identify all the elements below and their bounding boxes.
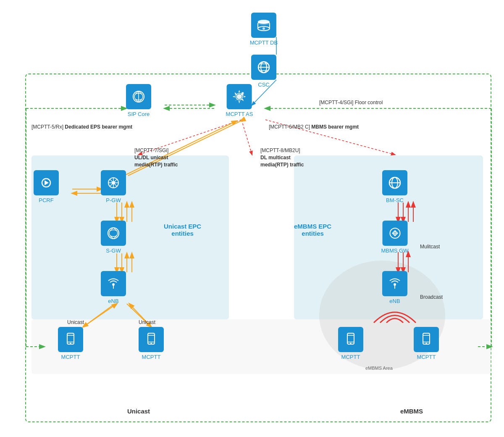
svg-rect-64	[148, 333, 155, 344]
enb-embms-node: eNB	[382, 271, 407, 304]
svg-point-42	[262, 27, 265, 30]
svg-rect-60	[67, 333, 74, 344]
p-gw-label: P-GW	[106, 197, 121, 203]
bottom-unicast-label: Unicast	[97, 408, 181, 415]
svg-point-82	[426, 343, 427, 344]
broadcast-label: Broadcast	[420, 294, 443, 300]
dedicated-eps-annotation: [MCPTT-5/Rx] Dedicated EPS bearer mgmt	[32, 124, 132, 130]
sip-core-icon	[126, 84, 151, 109]
mcptt-ue3-icon	[338, 327, 363, 352]
mcptt-ue4-node: MCPTT	[414, 327, 439, 360]
mcptt-ue2-node: MCPTT	[139, 327, 164, 360]
enb-unicast-icon	[101, 271, 126, 296]
svg-rect-75	[347, 333, 354, 344]
svg-point-58	[108, 228, 119, 239]
unicast-epc-label: Unicast EPCentities	[164, 223, 201, 237]
svg-point-78	[350, 343, 352, 344]
mcptt-db-icon	[251, 13, 276, 38]
s-gw-node: S-GW	[101, 221, 126, 254]
mcptt-ue3-label: MCPTT	[341, 354, 360, 360]
p-gw-icon	[101, 170, 126, 195]
p-gw-node: P-GW	[101, 170, 126, 203]
enb-embms-icon	[382, 271, 407, 296]
unicast-left-label: Unicast	[67, 319, 84, 325]
svg-point-67	[151, 343, 152, 344]
embms-area-label: eMBMS Area	[365, 366, 393, 371]
mcptt-ue1-label: MCPTT	[61, 354, 80, 360]
sip-core-node: SIP Core	[126, 84, 151, 117]
mcptt-ue1-node: MCPTT	[58, 327, 83, 360]
mcptt-db-label: MCPTT DB	[250, 39, 278, 46]
mbms-gw-icon	[382, 221, 407, 246]
pcrf-node: PCRF	[34, 170, 59, 203]
svg-point-74	[394, 283, 396, 286]
svg-point-63	[70, 343, 71, 344]
s-gw-label: S-GW	[106, 247, 121, 254]
mbms-gw-label: MBMS GW	[381, 247, 409, 254]
mcptt-as-icon	[227, 84, 252, 109]
bottom-embms-label: eMBMS	[370, 408, 454, 415]
mcptt-as-node: MCPTT AS	[226, 84, 253, 117]
s-gw-icon	[101, 221, 126, 246]
enb-unicast-node: eNB	[101, 271, 126, 304]
svg-rect-79	[423, 333, 430, 344]
mcptt-as-label: MCPTT AS	[226, 111, 253, 117]
svg-point-52	[242, 92, 244, 95]
pcrf-label: PCRF	[39, 197, 53, 203]
mbms-gw-node: MBMS GW	[381, 221, 409, 254]
pcrf-icon	[34, 170, 59, 195]
broadcast-waves	[365, 302, 424, 327]
mcptt-ue1-icon	[58, 327, 83, 352]
floor-control-annotation: [MCPTT-4/SGi] Floor control	[319, 100, 383, 105]
csc-label: CSC	[258, 82, 269, 88]
bm-sc-label: BM-SC	[386, 197, 404, 203]
enb-unicast-label: eNB	[108, 298, 118, 304]
mbms-bearer-annotation: [MCPTT-6/MB2 C] MBMS bearer mgmt	[269, 124, 359, 130]
bm-sc-icon	[382, 170, 407, 195]
ul-dl-annotation: [MCPTT-7/SGi] UL/DL unicastmedia(RTP) tr…	[134, 147, 178, 168]
csc-icon	[251, 55, 276, 80]
mcptt-ue4-icon	[414, 327, 439, 352]
mcptt-ue4-label: MCPTT	[417, 354, 436, 360]
bm-sc-node: BM-SC	[382, 170, 407, 203]
sip-core-label: SIP Core	[128, 111, 150, 117]
svg-point-59	[112, 283, 115, 286]
embms-epc-label: eMBMS EPCentities	[294, 223, 331, 237]
mcptt-ue3-node: MCPTT	[338, 327, 363, 360]
dl-multicast-annotation: [MCPTT-8/MB2U] DL multicastmedia(RTP) tr…	[260, 147, 304, 168]
mcptt-db-node: MCPTT DB	[250, 13, 278, 46]
svg-point-41	[258, 21, 270, 25]
mcptt-ue2-label: MCPTT	[142, 354, 161, 360]
diagram-container: MCPTT DB CSC SIP Core MCPTT AS PCRF P-GW	[0, 0, 504, 437]
unicast-epc-panel	[32, 155, 229, 319]
csc-node: CSC	[251, 55, 276, 88]
unicast-right-label: Unicast	[139, 319, 155, 325]
multicast-label: Mulitcast	[420, 244, 440, 250]
mcptt-ue2-icon	[139, 327, 164, 352]
